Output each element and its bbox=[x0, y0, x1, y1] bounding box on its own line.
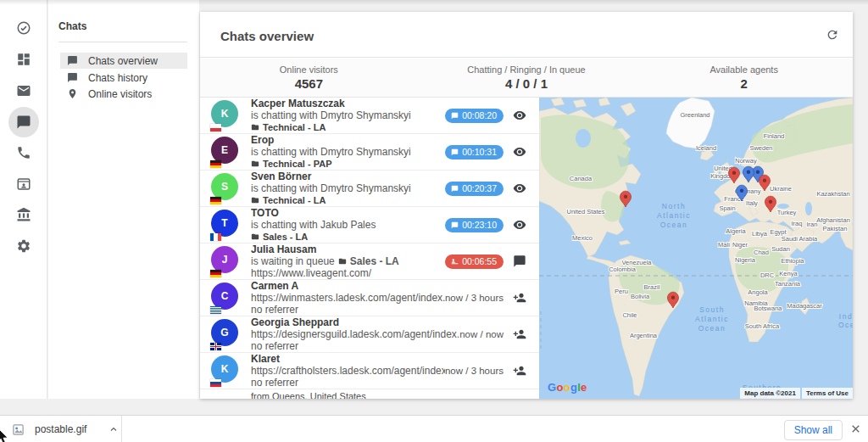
contacts-icon[interactable] bbox=[16, 176, 31, 192]
mail-icon[interactable] bbox=[16, 83, 31, 98]
svg-text:Angola: Angola bbox=[748, 288, 768, 296]
stat-label: Chatting / Ringing / In queue bbox=[418, 64, 636, 75]
chat-bubble-icon bbox=[451, 112, 459, 120]
svg-text:Botswana: Botswana bbox=[754, 305, 783, 312]
queue-icon bbox=[451, 258, 459, 266]
visitor-referrer: no referrer bbox=[251, 378, 445, 389]
visitor-name: Sven Börner bbox=[251, 171, 445, 182]
nav-panel-title: Chats bbox=[58, 20, 86, 32]
chat-row-erop[interactable]: E Erop is chatting with Dmytro Shymansky… bbox=[200, 134, 539, 171]
visitor-status: is waiting in queueSales - LA bbox=[251, 256, 445, 267]
svg-text:Colombia: Colombia bbox=[609, 266, 637, 273]
svg-text:Ukraine: Ukraine bbox=[770, 185, 792, 193]
chat-row-toto[interactable]: T TOTO is chatting with Jakub Pales Sale… bbox=[200, 207, 539, 243]
svg-text:Peru: Peru bbox=[615, 288, 628, 295]
view-chat-eye-icon[interactable] bbox=[513, 218, 526, 232]
nav-divider bbox=[58, 42, 187, 42]
google-logo[interactable]: Google bbox=[548, 381, 587, 394]
open-chat-icon[interactable] bbox=[513, 255, 526, 268]
invite-person-add-icon[interactable] bbox=[513, 364, 526, 378]
mouse-cursor bbox=[0, 428, 11, 442]
dashboard-icon[interactable] bbox=[16, 52, 31, 67]
gif-file-icon bbox=[12, 423, 25, 436]
visitor-referrer: no referrer bbox=[251, 305, 445, 316]
svg-text:Nigeria: Nigeria bbox=[735, 256, 756, 264]
stat-label: Online visitors bbox=[200, 64, 418, 75]
department: Technical - LA bbox=[251, 122, 445, 132]
terms-of-use-link[interactable]: Terms of Use bbox=[802, 388, 853, 399]
visitor-url: https://craftholsters.ladesk.com/agent/i… bbox=[251, 366, 445, 377]
view-chat-eye-icon[interactable] bbox=[513, 182, 526, 195]
svg-text:Bolivia: Bolivia bbox=[631, 293, 650, 300]
visitor-status: is chatting with Dmytro Shymanskyi bbox=[251, 147, 445, 158]
visitors-world-map[interactable]: GreenlandIcelandFinlandSwedenNorwayUnite… bbox=[539, 98, 853, 399]
svg-text:Saudi Arabia: Saudi Arabia bbox=[782, 235, 818, 243]
visitor-name: Klaret bbox=[251, 354, 445, 365]
chat-row-klaret[interactable]: K Klaret https://craftholsters.ladesk.co… bbox=[200, 353, 539, 389]
bank-icon[interactable] bbox=[16, 207, 31, 222]
invite-person-add-icon[interactable] bbox=[513, 327, 526, 341]
close-downloads-icon[interactable] bbox=[850, 423, 861, 434]
chats-icon[interactable] bbox=[16, 115, 31, 130]
svg-text:Italy: Italy bbox=[746, 199, 758, 207]
flag-poland-icon bbox=[210, 124, 221, 131]
svg-text:Atlantic: Atlantic bbox=[657, 211, 691, 220]
chats-overview-card: Chats overview Online visitors 4567 Chat… bbox=[200, 12, 853, 399]
nav-item-chats-history[interactable]: Chats history bbox=[60, 70, 187, 86]
chat-row-carmen[interactable]: C Carmen A https://winmasters.ladesk.com… bbox=[200, 280, 539, 316]
flag-germany-icon bbox=[210, 197, 221, 204]
stat-value: 4 / 0 / 1 bbox=[418, 76, 636, 91]
chat-row-georgia[interactable]: G Georgia Sheppard https://designersguil… bbox=[200, 316, 539, 353]
invite-person-add-icon[interactable] bbox=[513, 291, 526, 305]
svg-text:Algeria: Algeria bbox=[726, 227, 746, 235]
chat-bubble-icon bbox=[451, 148, 459, 156]
world-map-svg: GreenlandIcelandFinlandSwedenNorwayUnite… bbox=[539, 98, 853, 399]
department: Sales - LA bbox=[251, 232, 445, 242]
svg-text:Mali: Mali bbox=[718, 241, 730, 249]
nav-item-label: Online visitors bbox=[88, 88, 152, 100]
settings-gear-icon[interactable] bbox=[16, 238, 31, 254]
chat-bubble-icon bbox=[451, 221, 459, 229]
visitor-name: Kacper Matuszczak bbox=[251, 98, 445, 109]
chat-row-partial[interactable]: from Queens, United States bbox=[200, 389, 539, 399]
visitor-name: Georgia Sheppard bbox=[251, 317, 459, 328]
visitor-name: Carmen A bbox=[251, 281, 445, 292]
folder-icon bbox=[251, 123, 259, 131]
svg-text:Kenya: Kenya bbox=[779, 270, 798, 277]
page-title: Chats overview bbox=[220, 29, 314, 43]
svg-text:Ethiopia: Ethiopia bbox=[781, 257, 804, 265]
visit-duration: now / 3 hours bbox=[445, 366, 504, 376]
view-chat-eye-icon[interactable] bbox=[513, 109, 526, 122]
chat-row-julia[interactable]: J Julia Hausam is waiting in queueSales … bbox=[200, 243, 539, 280]
svg-text:Afghanistan: Afghanistan bbox=[816, 216, 850, 224]
nav-item-chats-overview[interactable]: Chats overview bbox=[60, 53, 187, 69]
download-item[interactable]: postable.gif bbox=[12, 416, 119, 442]
queue-timer-badge: 00:06:55 bbox=[445, 255, 504, 269]
svg-text:Madagascar: Madagascar bbox=[787, 302, 822, 310]
refresh-icon[interactable] bbox=[826, 28, 841, 43]
nav-item-online-visitors[interactable]: Online visitors bbox=[60, 86, 187, 102]
chat-row-kacper[interactable]: K Kacper Matuszczak is chatting with Dmy… bbox=[200, 98, 539, 134]
browser-downloads-bar: postable.gif Show all bbox=[0, 415, 868, 442]
check-circle-icon[interactable] bbox=[16, 20, 31, 36]
svg-text:Niger: Niger bbox=[732, 241, 748, 249]
chat-row-sven[interactable]: S Sven Börner is chatting with Dmytro Sh… bbox=[200, 171, 539, 207]
card-header: Chats overview bbox=[200, 12, 853, 58]
stat-chatting-ringing-queue: Chatting / Ringing / In queue 4 / 0 / 1 bbox=[418, 59, 636, 97]
svg-text:Chile: Chile bbox=[622, 311, 637, 319]
svg-text:Canada: Canada bbox=[570, 175, 593, 182]
svg-text:Spain: Spain bbox=[719, 204, 735, 212]
chat-bubble-icon bbox=[451, 185, 459, 193]
show-all-downloads-button[interactable]: Show all bbox=[784, 420, 843, 440]
phone-icon[interactable] bbox=[16, 145, 31, 160]
chat-list: K Kacper Matuszczak is chatting with Dmy… bbox=[200, 98, 539, 399]
map-data-attribution: Map data ©2021 bbox=[740, 388, 800, 399]
visit-duration: now / now bbox=[459, 329, 504, 339]
svg-text:South: South bbox=[699, 305, 725, 314]
svg-text:North: North bbox=[662, 202, 686, 210]
svg-text:Iraq: Iraq bbox=[792, 220, 803, 227]
chevron-up-icon[interactable] bbox=[108, 424, 119, 434]
department: Technical - LA bbox=[251, 195, 445, 205]
view-chat-eye-icon[interactable] bbox=[513, 145, 526, 159]
folder-icon bbox=[251, 159, 259, 168]
